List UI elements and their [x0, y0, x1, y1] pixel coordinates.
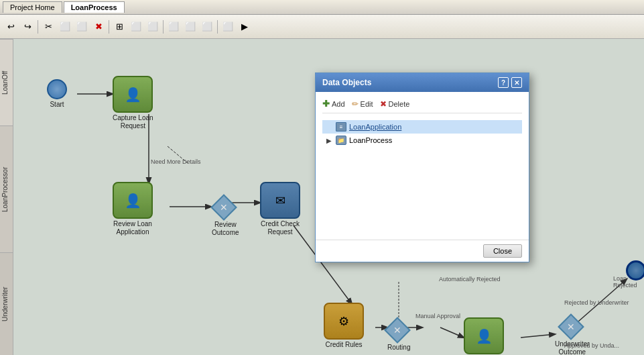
- toolbar: ↩ ↪ ✂ ⬜ ⬜ ✖ ⊞ ⬜ ⬜ ⬜ ⬜ ⬜ ⬜ ▶: [0, 15, 644, 39]
- lane-label-underwriter: Underwriter: [0, 252, 13, 355]
- simulate-button[interactable]: ▶: [237, 19, 253, 35]
- dialog-body: ✚ Add ✏ Edit ✖ Delete ≡ Lo: [316, 92, 529, 240]
- delete-button[interactable]: ✖: [90, 19, 107, 35]
- process-canvas[interactable]: Start 👤 Capture LoanRequest Need More De…: [13, 39, 644, 355]
- grid-button[interactable]: ⊞: [111, 19, 127, 35]
- data-objects-dialog: Data Objects ? ✕ ✚ Add ✏ Edit: [315, 72, 529, 262]
- tab-loan-process[interactable]: LoanProcess: [64, 1, 125, 13]
- paste-button[interactable]: ⬜: [74, 19, 90, 35]
- export-button[interactable]: ⬜: [220, 19, 236, 35]
- dialog-title-bar: Data Objects ? ✕: [316, 73, 529, 92]
- tree-label-loan-application: LoanApplication: [349, 123, 401, 131]
- lane-label-loanoff: LoanOff: [0, 39, 13, 125]
- lane-labels: LoanOff LoanProcessor Underwriter: [0, 39, 13, 355]
- tab-project-home[interactable]: Project Home: [3, 1, 62, 13]
- delete-action[interactable]: ✖ Delete: [380, 99, 410, 109]
- zoom-out-button[interactable]: ⬜: [182, 19, 198, 35]
- layout-button[interactable]: ⬜: [145, 19, 161, 35]
- add-action[interactable]: ✚ Add: [322, 99, 345, 109]
- lane-label-loanprocessor: LoanProcessor: [0, 125, 13, 252]
- copy-button[interactable]: ⬜: [57, 19, 73, 35]
- toolbar-separator-3: [163, 20, 164, 34]
- redo-button[interactable]: ↪: [19, 19, 36, 35]
- dialog-footer: Close: [316, 240, 529, 262]
- dialog-close-x-button[interactable]: ✕: [511, 77, 522, 88]
- dialog-help-button[interactable]: ?: [498, 77, 509, 88]
- delete-icon: ✖: [380, 99, 387, 109]
- edit-action[interactable]: ✏ Edit: [352, 99, 373, 109]
- undo-button[interactable]: ↩: [3, 19, 19, 35]
- fit-button[interactable]: ⬜: [199, 19, 215, 35]
- toolbar-separator-2: [109, 20, 109, 34]
- dialog-title-text: Data Objects: [322, 78, 371, 87]
- toolbar-separator-4: [217, 20, 218, 34]
- align-button[interactable]: ⬜: [128, 19, 144, 35]
- tree-icon-loan-app: ≡: [336, 122, 346, 132]
- add-label: Add: [332, 100, 345, 108]
- tree-item-loan-process[interactable]: ▶ 📁 LoanProcess: [322, 134, 522, 147]
- dialog-title-icons: ? ✕: [498, 77, 522, 88]
- toolbar-separator-1: [38, 20, 38, 34]
- cut-button[interactable]: ✂: [40, 19, 56, 35]
- dialog-close-button[interactable]: Close: [483, 244, 522, 258]
- add-icon: ✚: [322, 99, 330, 109]
- main-area: LoanOff LoanProcessor Underwriter: [0, 39, 644, 355]
- tree-expander-loan-process[interactable]: ▶: [325, 136, 333, 144]
- tab-bar: Project Home LoanProcess: [0, 0, 644, 15]
- edit-icon: ✏: [352, 99, 359, 109]
- dialog-action-toolbar: ✚ Add ✏ Edit ✖ Delete: [322, 99, 522, 113]
- delete-label: Delete: [389, 100, 410, 108]
- tree-icon-loan-process: 📁: [336, 136, 346, 145]
- tree-label-loan-process: LoanProcess: [349, 136, 392, 144]
- zoom-in-button[interactable]: ⬜: [166, 19, 182, 35]
- tree-item-loan-application[interactable]: ≡ LoanApplication: [322, 120, 522, 134]
- edit-label: Edit: [361, 100, 373, 108]
- tree-expander-loan-app[interactable]: [325, 123, 333, 131]
